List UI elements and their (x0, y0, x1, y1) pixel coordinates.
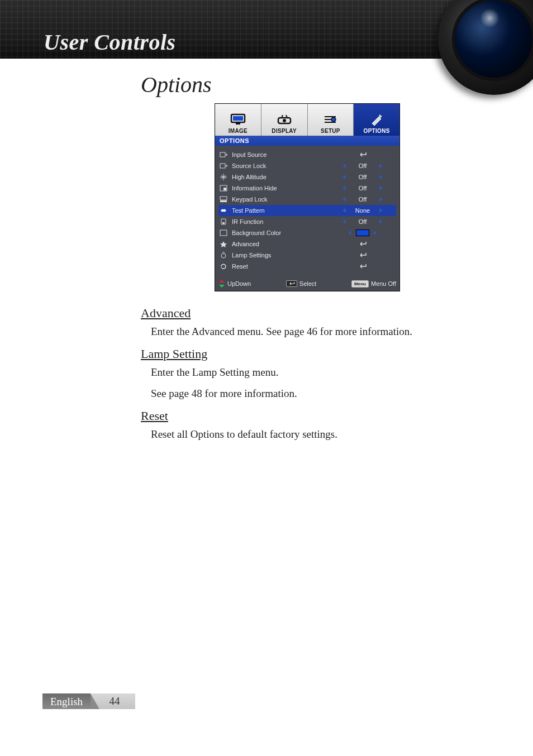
arrow-left-icon[interactable] (342, 219, 346, 224)
page-section-title: User Controls (44, 29, 176, 55)
arrow-left-icon[interactable] (342, 208, 346, 213)
row-label: Lamp Settings (232, 252, 329, 259)
tab-options[interactable]: OPTIONS (354, 104, 399, 136)
arrow-left-icon[interactable] (342, 197, 346, 202)
star-icon (218, 240, 229, 248)
footer-page-wrap: 44 (91, 693, 135, 709)
osd-row[interactable]: Test PatternNone (218, 205, 396, 216)
lock-icon (218, 161, 229, 170)
enter-icon (358, 152, 367, 157)
reset-icon (218, 262, 229, 271)
enter-icon (358, 252, 367, 258)
row-control (329, 152, 396, 157)
row-label: Reset (232, 263, 329, 270)
arrow-left-icon[interactable] (342, 186, 346, 190)
tab-image[interactable]: IMAGE (215, 104, 261, 136)
arrow-right-icon[interactable] (374, 231, 377, 235)
doc-heading: Lamp Setting (141, 347, 487, 361)
svg-rect-14 (220, 200, 227, 202)
osd-row[interactable]: IR FunctionOff (218, 216, 396, 227)
input-icon (218, 150, 229, 159)
osd-subheader: OPTIONS (215, 136, 399, 146)
svg-rect-2 (236, 123, 240, 125)
row-label: Advanced (232, 241, 329, 247)
arrow-right-icon[interactable] (379, 175, 383, 179)
svg-rect-12 (223, 188, 226, 190)
row-control: Off (329, 174, 396, 180)
section-heading: Options (141, 71, 212, 98)
row-value: Off (350, 196, 375, 203)
row-value: Off (350, 185, 375, 192)
hint-select: Select (286, 280, 317, 287)
row-label: Test Pattern (232, 207, 329, 214)
svg-rect-15 (222, 209, 225, 212)
banner: User Controls (0, 0, 533, 59)
arrow-right-icon[interactable] (379, 197, 383, 202)
arrow-left-icon[interactable] (342, 164, 346, 168)
doc-heading: Advanced (141, 306, 487, 320)
document-body: AdvancedEnter the Advanced menu. See pag… (141, 306, 487, 449)
enter-icon (358, 241, 367, 247)
row-label: Information Hide (232, 185, 329, 192)
svg-rect-10 (220, 164, 225, 168)
row-value: None (350, 207, 375, 214)
tab-setup[interactable]: SETUP (308, 104, 354, 136)
row-control (329, 229, 396, 236)
osd-menu: IMAGE DISPLAY SETUP OPTIONS OPTIONS Inpu… (215, 103, 400, 291)
row-control: Off (329, 218, 396, 225)
osd-row[interactable]: High AltitudeOff (218, 171, 396, 183)
doc-paragraph: Enter the Lamp Setting menu. (151, 365, 487, 381)
hint-label: Menu Off (371, 280, 396, 287)
osd-row[interactable]: Information HideOff (218, 183, 396, 194)
svg-point-19 (221, 253, 226, 258)
arrow-left-icon[interactable] (348, 231, 351, 235)
doc-block: AdvancedEnter the Advanced menu. See pag… (141, 306, 487, 340)
row-control (329, 252, 396, 258)
osd-tabs: IMAGE DISPLAY SETUP OPTIONS (215, 104, 399, 136)
osd-row[interactable]: Keypad LockOff (218, 194, 396, 205)
osd-footer: UpDown Select Menu Menu Off (215, 277, 399, 291)
osd-row[interactable]: Lamp Settings (218, 250, 396, 261)
svg-point-8 (331, 117, 336, 122)
svg-rect-1 (233, 116, 243, 121)
arrow-right-icon[interactable] (379, 164, 383, 168)
doc-paragraph: See page 48 for more information. (151, 386, 487, 402)
svg-rect-17 (222, 222, 225, 224)
osd-body: Input SourceSource LockOffHigh AltitudeO… (215, 146, 399, 277)
hint-menu-off: Menu Menu Off (351, 280, 396, 288)
row-value: Off (350, 162, 375, 169)
tab-label: OPTIONS (364, 128, 390, 134)
osd-row[interactable]: Advanced (218, 238, 396, 250)
bg-color-icon (218, 228, 229, 237)
keypad-icon (218, 195, 229, 204)
footer-language: English (42, 693, 91, 709)
tools-icon (368, 112, 385, 127)
tab-display[interactable]: DISPLAY (261, 104, 308, 136)
doc-block: ResetReset all Options to default factor… (141, 409, 487, 443)
footer-page-number: 44 (110, 695, 120, 707)
svg-point-4 (283, 119, 286, 122)
row-control: Off (329, 196, 396, 203)
osd-row[interactable]: Reset (218, 261, 396, 272)
page-footer: English 44 (42, 693, 165, 709)
osd-row[interactable]: Background Color (218, 227, 396, 238)
lamp-icon (218, 251, 229, 260)
row-control (329, 264, 396, 269)
row-value: Off (350, 218, 375, 225)
sliders-icon (322, 112, 339, 127)
arrow-right-icon[interactable] (379, 186, 383, 190)
osd-row[interactable]: Source LockOff (218, 160, 396, 171)
arrow-left-icon[interactable] (342, 175, 346, 179)
hint-label: Select (299, 280, 317, 287)
tab-label: DISPLAY (272, 128, 297, 134)
menu-key-icon: Menu (351, 280, 369, 288)
altitude-icon (218, 173, 229, 181)
row-label: Input Source (232, 151, 329, 158)
monitor-icon (230, 112, 246, 127)
row-label: Background Color (232, 229, 329, 236)
row-control: None (329, 207, 396, 214)
svg-rect-18 (220, 230, 227, 236)
arrow-right-icon[interactable] (379, 219, 383, 224)
osd-row[interactable]: Input Source (218, 149, 396, 160)
arrow-right-icon[interactable] (379, 208, 383, 213)
